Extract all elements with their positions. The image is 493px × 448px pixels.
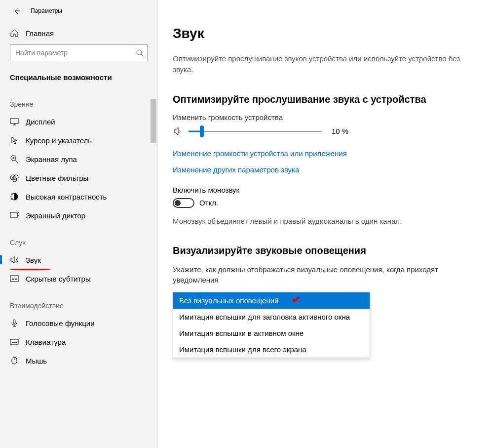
sidebar-item-high-contrast[interactable]: Высокая контрастность — [0, 187, 157, 206]
dropdown-option-window-flash[interactable]: Имитация вспышки в активном окне — [173, 325, 370, 341]
dropdown-option-label: Имитация вспышки в активном окне — [179, 329, 303, 337]
sidebar-item-label: Мышь — [26, 357, 47, 365]
back-button[interactable] — [12, 6, 22, 16]
window-title: Параметры — [31, 7, 62, 14]
svg-point-0 — [137, 50, 142, 55]
sidebar-item-label: Экранный диктор — [26, 211, 85, 220]
search-box[interactable] — [10, 44, 148, 61]
group-label-hearing: Слух — [0, 225, 157, 250]
sidebar-item-label: Высокая контрастность — [26, 193, 107, 201]
captions-icon — [10, 274, 19, 283]
dropdown-option-none[interactable]: Без визуальных оповещений ✔ — [173, 292, 370, 309]
section-visual-heading: Визуализируйте звуковые оповещения — [173, 226, 478, 264]
group-label-vision: Зрение — [0, 86, 157, 112]
sidebar-item-color-filters[interactable]: Цветные фильтры — [0, 168, 157, 187]
sidebar-home[interactable]: Главная — [10, 20, 148, 44]
visual-description: Укажите, как должны отображаться визуаль… — [173, 264, 478, 289]
svg-rect-1 — [10, 119, 18, 123]
search-icon — [136, 49, 144, 57]
link-change-volume[interactable]: Изменение громкости устройства или прило… — [173, 145, 478, 162]
voice-icon — [10, 319, 19, 327]
mono-toggle[interactable] — [173, 198, 194, 208]
sidebar-item-voice[interactable]: Голосовые функции — [0, 314, 157, 332]
mono-description: Монозвук объединяет левый и правый аудио… — [173, 216, 478, 227]
dropdown-option-label: Имитация вспышки для всего экрана — [179, 345, 306, 354]
dropdown-option-titlebar-flash[interactable]: Имитация вспышки для заголовка активного… — [173, 309, 370, 325]
cursor-icon — [10, 136, 19, 145]
category-title: Специальные возможности — [10, 71, 148, 86]
volume-slider[interactable] — [189, 125, 322, 137]
arrow-left-icon — [13, 7, 21, 15]
mouse-icon — [10, 356, 19, 365]
sidebar-item-display[interactable]: Дисплей — [0, 112, 157, 131]
svg-rect-10 — [10, 339, 18, 344]
titlebar: Параметры — [0, 0, 157, 20]
scrollbar-thumb[interactable] — [151, 99, 156, 143]
svg-rect-9 — [13, 320, 15, 324]
contrast-icon — [10, 192, 19, 201]
search-input[interactable] — [10, 44, 148, 61]
dropdown-option-label: Имитация вспышки для заголовка активного… — [179, 313, 350, 321]
sidebar-item-sound[interactable]: Звук — [0, 250, 157, 269]
volume-row: 10 % — [173, 125, 478, 145]
sidebar-item-label: Клавиатура — [26, 338, 66, 346]
sidebar-item-label: Дисплей — [26, 118, 55, 126]
dropdown-option-label: Без визуальных оповещений — [179, 296, 278, 305]
magnifier-icon — [10, 155, 19, 163]
slider-thumb[interactable] — [200, 125, 204, 137]
dropdown-option-screen-flash[interactable]: Имитация вспышки для всего экрана — [173, 341, 370, 358]
page-description: Оптимизируйте прослушивание звуков устро… — [173, 53, 478, 75]
sidebar-item-label: Экранная лупа — [26, 155, 77, 163]
svg-rect-7 — [10, 212, 17, 217]
dropdown-list: Без визуальных оповещений ✔ Имитация всп… — [173, 292, 370, 358]
visual-alerts-dropdown[interactable]: Без визуальных оповещений ✔ Имитация всп… — [173, 292, 370, 358]
group-label-interaction: Взаимодействие — [0, 288, 157, 314]
sidebar-item-label: Голосовые функции — [26, 319, 95, 327]
speaker-icon — [173, 126, 184, 137]
sidebar-item-label: Цветные фильтры — [26, 174, 88, 182]
keyboard-icon — [10, 337, 19, 346]
sidebar-item-captions[interactable]: Скрытые субтитры — [0, 269, 157, 288]
mono-toggle-state: Откл. — [199, 199, 218, 207]
sidebar-item-label: Звук — [26, 256, 41, 264]
volume-value: 10 % — [332, 127, 348, 135]
sidebar: Параметры Главная Специальные возможност… — [0, 0, 158, 448]
display-icon — [10, 117, 19, 126]
sidebar-home-label: Главная — [26, 29, 54, 38]
mono-label: Включить монозвук — [173, 178, 478, 198]
sound-icon — [10, 255, 19, 264]
section-optimize-heading: Оптимизируйте прослушивание звука с устр… — [173, 75, 478, 113]
annotation-checkmark: ✔ — [291, 293, 301, 307]
slider-track — [189, 131, 322, 132]
sidebar-item-mouse[interactable]: Мышь — [0, 351, 157, 370]
volume-label: Изменить громкость устройства — [173, 113, 478, 125]
sidebar-item-label: Курсор и указатель — [26, 136, 92, 145]
mono-toggle-row: Откл. — [173, 198, 478, 216]
narrator-icon — [10, 211, 19, 220]
sidebar-item-narrator[interactable]: Экранный диктор — [0, 206, 157, 225]
color-filter-icon — [10, 173, 19, 182]
sidebar-item-magnifier[interactable]: Экранная лупа — [0, 150, 157, 168]
link-other-sound-settings[interactable]: Изменение других параметров звука — [173, 162, 478, 178]
svg-rect-8 — [10, 276, 18, 282]
sidebar-item-keyboard[interactable]: Клавиатура — [0, 332, 157, 351]
page-title: Звук — [173, 0, 478, 53]
toggle-knob — [175, 200, 181, 206]
main-content: Звук Оптимизируйте прослушивание звуков … — [158, 0, 493, 448]
sidebar-item-label: Скрытые субтитры — [26, 275, 91, 283]
scrollbar[interactable] — [150, 99, 157, 448]
home-icon — [10, 29, 19, 38]
sidebar-item-cursor[interactable]: Курсор и указатель — [0, 131, 157, 150]
